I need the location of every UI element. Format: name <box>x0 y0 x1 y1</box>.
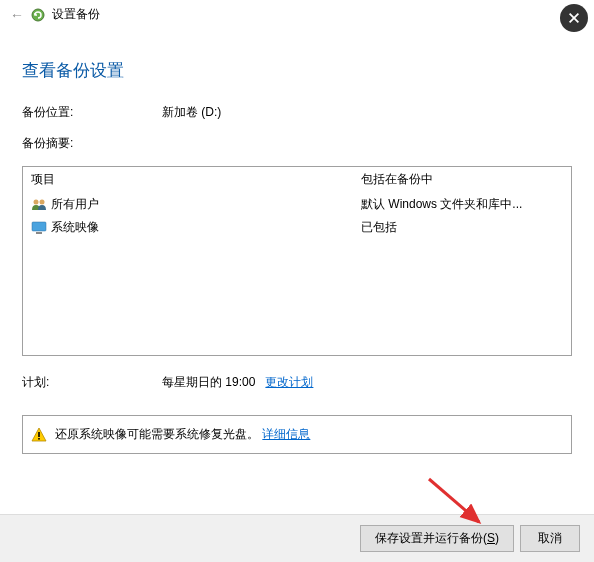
svg-point-4 <box>40 199 45 204</box>
table-row: 所有用户 默认 Windows 文件夹和库中... <box>23 193 571 216</box>
backup-location-row: 备份位置: 新加卷 (D:) <box>22 104 572 121</box>
table-header-item: 项目 <box>31 171 361 188</box>
change-schedule-link[interactable]: 更改计划 <box>265 375 313 389</box>
title-bar: ← 设置备份 <box>0 0 594 29</box>
save-and-run-button[interactable]: 保存设置并运行备份(S) <box>360 525 514 552</box>
button-bar: 保存设置并运行备份(S) 取消 <box>0 514 594 562</box>
monitor-icon <box>31 220 47 236</box>
back-chevron-icon: ← <box>10 7 24 23</box>
backup-summary-label: 备份摘要: <box>22 135 162 152</box>
summary-table: 项目 包括在备份中 所有用户 默认 Windows 文件夹和库中... <box>22 166 572 356</box>
backup-location-label: 备份位置: <box>22 104 162 121</box>
backup-summary-row: 备份摘要: <box>22 135 572 152</box>
backup-icon <box>30 7 46 23</box>
cancel-button[interactable]: 取消 <box>520 525 580 552</box>
row-item-label: 所有用户 <box>51 196 99 213</box>
page-heading: 查看备份设置 <box>22 59 572 82</box>
svg-rect-5 <box>32 222 46 231</box>
content-area: 查看备份设置 备份位置: 新加卷 (D:) 备份摘要: 项目 包括在备份中 <box>0 29 594 454</box>
warning-details-link[interactable]: 详细信息 <box>262 427 310 441</box>
warning-text-wrapper: 还原系统映像可能需要系统修复光盘。 详细信息 <box>55 426 310 443</box>
window-title: 设置备份 <box>52 6 100 23</box>
svg-rect-6 <box>36 232 42 234</box>
warning-text: 还原系统映像可能需要系统修复光盘。 <box>55 427 259 441</box>
row-included-value: 已包括 <box>361 219 563 236</box>
schedule-row: 计划: 每星期日的 19:00 更改计划 <box>22 374 572 391</box>
users-icon <box>31 197 47 213</box>
backup-location-value: 新加卷 (D:) <box>162 104 221 121</box>
svg-rect-8 <box>38 438 40 440</box>
svg-point-3 <box>34 199 39 204</box>
table-header-included: 包括在备份中 <box>361 171 563 188</box>
svg-rect-7 <box>38 432 40 437</box>
row-included-value: 默认 Windows 文件夹和库中... <box>361 196 563 213</box>
table-header: 项目 包括在备份中 <box>23 167 571 193</box>
row-item-label: 系统映像 <box>51 219 99 236</box>
table-row: 系统映像 已包括 <box>23 216 571 239</box>
schedule-value: 每星期日的 19:00 <box>162 375 255 389</box>
svg-point-0 <box>32 9 44 21</box>
close-button[interactable] <box>560 4 588 32</box>
schedule-label: 计划: <box>22 374 162 391</box>
warning-box: 还原系统映像可能需要系统修复光盘。 详细信息 <box>22 415 572 454</box>
warning-icon <box>31 427 47 443</box>
